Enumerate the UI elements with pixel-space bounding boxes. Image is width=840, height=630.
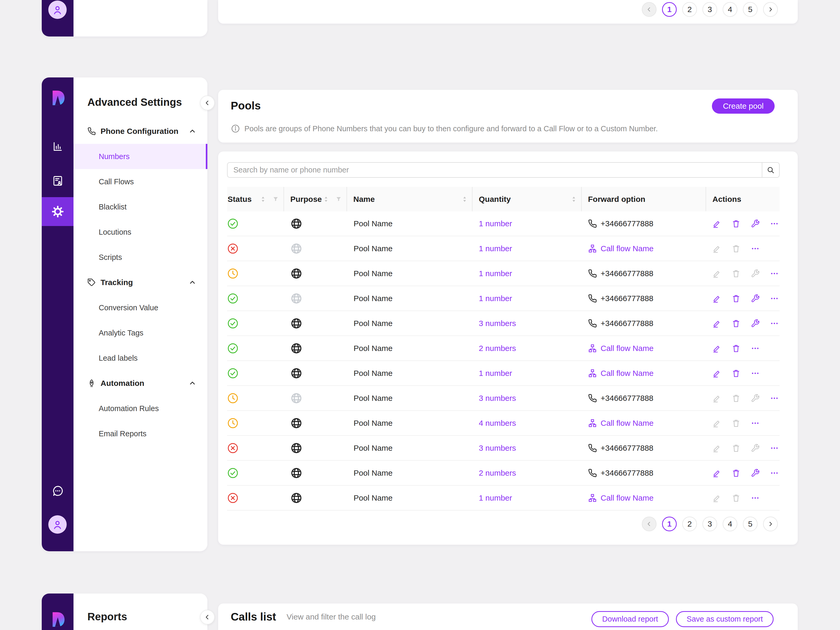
sidebar-item-analytic-tags[interactable]: Analytic Tags: [74, 320, 207, 346]
pagination-page-1[interactable]: 1: [662, 516, 677, 531]
edit-button[interactable]: [712, 469, 722, 477]
menu-group-phone-configuration[interactable]: Phone Configuration: [74, 118, 207, 144]
sidebar-item-scripts[interactable]: Scripts: [74, 245, 207, 270]
wrench-button[interactable]: [751, 294, 759, 303]
wrench-button[interactable]: [751, 319, 759, 328]
more-button[interactable]: [770, 219, 779, 228]
sort-icon[interactable]: [324, 196, 328, 203]
wrench-button[interactable]: [751, 469, 759, 477]
sidebar-item-blacklist[interactable]: Blacklist: [74, 194, 207, 219]
pagination-page-3[interactable]: 3: [703, 516, 717, 531]
wrench-button[interactable]: [751, 394, 759, 403]
edit-button[interactable]: [712, 419, 722, 428]
pagination-page-1[interactable]: 1: [662, 2, 677, 17]
pagination-prev-button[interactable]: [642, 516, 657, 531]
wrench-button[interactable]: [751, 219, 759, 228]
nav-analytics[interactable]: [42, 139, 74, 154]
sidebar-item-lead-labels[interactable]: Lead labels: [74, 346, 207, 371]
edit-button[interactable]: [712, 444, 722, 453]
edit-button[interactable]: [712, 319, 722, 328]
edit-button[interactable]: [712, 494, 722, 502]
more-button[interactable]: [770, 319, 779, 328]
trash-button[interactable]: [732, 469, 741, 477]
pagination-page-5[interactable]: 5: [743, 516, 758, 531]
more-button[interactable]: [751, 244, 759, 253]
app-logo[interactable]: [42, 611, 74, 628]
forward-option-cell[interactable]: +34666777888: [582, 469, 706, 477]
sidebar-item-numbers[interactable]: Numbers: [74, 144, 207, 169]
sidebar-item-conversion-value[interactable]: Conversion Value: [74, 295, 207, 320]
sidebar-item-automation-rules[interactable]: Automation Rules: [74, 396, 207, 421]
sort-icon[interactable]: [462, 196, 467, 203]
column-header-status[interactable]: Status: [227, 187, 284, 211]
pagination-page-4[interactable]: 4: [723, 516, 737, 531]
sidebar-collapse-button[interactable]: [200, 610, 215, 624]
sidebar-item-email-reports[interactable]: Email Reports: [74, 421, 207, 446]
more-button[interactable]: [770, 394, 779, 403]
download-report-button[interactable]: Download report: [591, 611, 669, 627]
quantity-cell[interactable]: 1 number: [472, 294, 582, 303]
edit-button[interactable]: [712, 244, 722, 253]
filter-icon[interactable]: [273, 196, 279, 202]
search-input[interactable]: [227, 163, 762, 177]
column-header-purpose[interactable]: Purpose: [284, 187, 347, 211]
search-button[interactable]: [762, 163, 779, 177]
more-button[interactable]: [751, 494, 759, 502]
trash-button[interactable]: [732, 394, 741, 403]
sidebar-item-call-flows[interactable]: Call Flows: [74, 169, 207, 194]
menu-group-automation[interactable]: Automation: [74, 371, 207, 396]
quantity-cell[interactable]: 1 number: [472, 494, 582, 502]
pagination-page-2[interactable]: 2: [682, 516, 697, 531]
trash-button[interactable]: [732, 444, 741, 453]
quantity-cell[interactable]: 3 numbers: [472, 394, 582, 403]
more-button[interactable]: [751, 419, 759, 428]
forward-option-cell[interactable]: Call flow Name: [582, 344, 706, 353]
edit-button[interactable]: [712, 369, 722, 378]
user-avatar[interactable]: [48, 0, 67, 19]
forward-option-cell[interactable]: Call flow Name: [582, 244, 706, 253]
sidebar-item-locutions[interactable]: Locutions: [74, 219, 207, 245]
trash-button[interactable]: [732, 244, 741, 253]
wrench-button[interactable]: [751, 269, 759, 278]
wrench-button[interactable]: [751, 444, 759, 453]
nav-contracts[interactable]: [42, 173, 74, 188]
edit-button[interactable]: [712, 269, 722, 278]
trash-button[interactable]: [732, 269, 741, 278]
more-button[interactable]: [751, 369, 759, 378]
forward-option-cell[interactable]: +34666777888: [582, 319, 706, 328]
forward-option-cell[interactable]: Call flow Name: [582, 369, 706, 378]
quantity-cell[interactable]: 1 number: [472, 244, 582, 253]
sort-icon[interactable]: [571, 196, 576, 203]
quantity-cell[interactable]: 2 numbers: [472, 344, 582, 353]
quantity-cell[interactable]: 1 number: [472, 219, 582, 228]
edit-button[interactable]: [712, 219, 722, 228]
pagination-next-button[interactable]: [763, 516, 778, 531]
trash-button[interactable]: [732, 344, 741, 353]
sort-icon[interactable]: [261, 196, 266, 203]
quantity-cell[interactable]: 2 numbers: [472, 469, 582, 477]
create-pool-button[interactable]: Create pool: [712, 98, 775, 114]
menu-group-tracking[interactable]: Tracking: [74, 270, 207, 295]
trash-button[interactable]: [732, 294, 741, 303]
forward-option-cell[interactable]: +34666777888: [582, 394, 706, 403]
forward-option-cell[interactable]: Call flow Name: [582, 494, 706, 502]
pagination-page-5[interactable]: 5: [743, 2, 758, 17]
quantity-cell[interactable]: 3 numbers: [472, 444, 582, 453]
more-button[interactable]: [770, 294, 779, 303]
trash-button[interactable]: [732, 494, 741, 502]
forward-option-cell[interactable]: +34666777888: [582, 444, 706, 453]
forward-option-cell[interactable]: +34666777888: [582, 269, 706, 278]
filter-icon[interactable]: [335, 196, 342, 202]
edit-button[interactable]: [712, 294, 722, 303]
trash-button[interactable]: [732, 319, 741, 328]
edit-button[interactable]: [712, 394, 722, 403]
save-custom-report-button[interactable]: Save as custom report: [676, 611, 774, 627]
column-header-name[interactable]: Name: [347, 187, 472, 211]
more-button[interactable]: [770, 444, 779, 453]
pagination-next-button[interactable]: [763, 2, 778, 17]
quantity-cell[interactable]: 4 numbers: [472, 419, 582, 428]
pagination-prev-button[interactable]: [642, 2, 657, 17]
forward-option-cell[interactable]: +34666777888: [582, 219, 706, 228]
more-button[interactable]: [770, 469, 779, 477]
trash-button[interactable]: [732, 369, 741, 378]
